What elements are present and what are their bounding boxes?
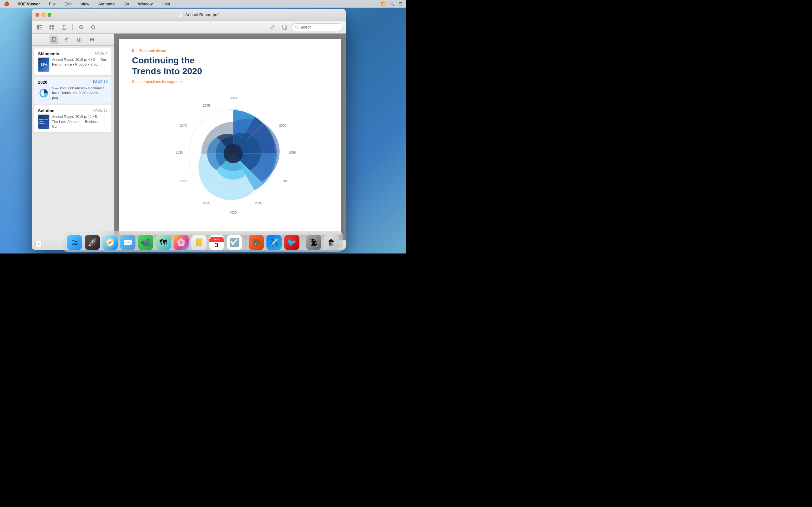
result-snippet: 5 — The Look Ahead • Continuing the • Tr… — [52, 86, 107, 101]
bookmark-tool-button[interactable] — [49, 36, 58, 44]
pdf-viewer-window: 📄 Annual Report.pdf — [32, 9, 346, 250]
search-input[interactable] — [299, 25, 338, 30]
dock-item-calendar[interactable]: OCT 3 — [209, 235, 224, 250]
result-thumbnail — [38, 86, 49, 101]
result-snippet: Annual Report 2019 p. 4 • 2 — Our Perfor… — [52, 57, 107, 72]
svg-text:2015: 2015 — [255, 202, 262, 205]
toolbar — [32, 21, 346, 34]
dock-item-launchpad[interactable]: 🚀 — [85, 235, 100, 250]
apple-menu[interactable]: 🍎 — [4, 1, 9, 6]
dock-item-mail[interactable]: ✉️ — [120, 235, 136, 250]
dock-item-contacts[interactable]: 📒 — [191, 235, 206, 250]
result-body: 5 — The Look Ahead • Continuing the • Tr… — [38, 86, 107, 101]
minimize-button[interactable] — [42, 13, 45, 17]
svg-rect-7 — [52, 27, 54, 30]
dock-item-reminders[interactable]: ☑️ — [227, 235, 242, 250]
dock-item-fantastical[interactable]: 🐦 — [284, 235, 299, 250]
search-box[interactable] — [292, 23, 343, 31]
zoom-in-button[interactable] — [77, 23, 86, 32]
result-page: PAGE 4 — [95, 51, 107, 55]
dock-item-safari[interactable]: 🧭 — [102, 235, 118, 250]
svg-rect-6 — [49, 27, 51, 30]
menubar-file[interactable]: File — [47, 1, 57, 7]
result-body: 18% Annual Report 2019 p. 4 • 2 — Our Pe… — [38, 57, 107, 72]
svg-rect-4 — [49, 25, 51, 27]
svg-point-35 — [223, 144, 243, 163]
menubar-edit[interactable]: Edit — [62, 1, 73, 7]
radial-chart: 2050 2045 2040 2035 2030 2025 2020 2015 … — [170, 90, 297, 217]
dock-item-trash[interactable]: 🗑 — [324, 235, 339, 250]
svg-text:2000: 2000 — [279, 124, 287, 127]
svg-rect-5 — [52, 25, 54, 27]
pdf-page: 5 — The Look Ahead Continuing the Trends… — [119, 39, 341, 235]
menubar-view[interactable]: View — [79, 1, 91, 7]
list-item[interactable]: Solution PAGE 11 We are part of the solu… — [34, 105, 111, 132]
traffic-lights — [36, 13, 51, 17]
dock-item-facetime[interactable]: 📹 — [138, 235, 153, 250]
menubar-window[interactable]: Window — [136, 1, 154, 7]
result-page: PAGE 11 — [93, 108, 107, 112]
control-center-icon[interactable]: ☰ — [398, 2, 402, 6]
share-button[interactable] — [59, 23, 68, 32]
grid-view-button[interactable] — [47, 23, 56, 32]
sidebar-toolbar — [32, 34, 114, 46]
list-item[interactable]: Shipments PAGE 4 18% Annual Report 2019 … — [34, 48, 111, 75]
dock-item-finder[interactable]: 🗂 — [67, 235, 82, 250]
thumbnail-shipments: 18% — [38, 58, 49, 72]
close-button[interactable] — [36, 13, 39, 17]
thumbnail-solution: We are part of the solution. — [38, 115, 49, 129]
window-title-text: Annual Report.pdf — [185, 12, 218, 17]
zoom-out-button[interactable] — [89, 23, 98, 32]
dock-separator — [245, 236, 246, 247]
pdf-section-label: 5 — The Look Ahead — [132, 49, 328, 53]
sidebar-toggle-button[interactable] — [35, 23, 44, 32]
pdf-page-subtitle: Sales projections by segments — [132, 79, 328, 84]
menubar-annotate[interactable]: Annotate — [96, 1, 117, 7]
list-item[interactable]: 2020 PAGE 10 — [34, 77, 111, 104]
result-title: Solution — [38, 108, 55, 113]
result-body: We are part of the solution. Annual Repo… — [38, 114, 107, 129]
add-bookmark-button[interactable]: + — [36, 241, 42, 247]
dock-item-bear[interactable]: 🐻 — [249, 235, 264, 250]
menubar-app-name[interactable]: PDF Viewer — [15, 1, 42, 7]
svg-text:2040: 2040 — [180, 124, 188, 127]
search-results-list: Shipments PAGE 4 18% Annual Report 2019 … — [32, 46, 114, 238]
dock-item-xip[interactable]: 🗜 — [306, 235, 321, 250]
main-content: Shipments PAGE 4 18% Annual Report 2019 … — [32, 34, 346, 250]
svg-text:2050: 2050 — [230, 96, 237, 100]
svg-text:2020: 2020 — [230, 211, 237, 215]
result-title: Shipments — [38, 51, 59, 56]
svg-point-12 — [295, 26, 298, 28]
svg-text:2035: 2035 — [176, 151, 183, 154]
dock-item-keewordz[interactable]: ✈️ — [266, 235, 282, 250]
dock-item-photos[interactable]: 🌸 — [173, 235, 189, 250]
svg-text:2030: 2030 — [180, 179, 188, 183]
annotate-button[interactable] — [268, 23, 277, 32]
result-header: 2020 PAGE 10 — [38, 80, 107, 84]
result-snippet: Annual Report 2018 p. 11 • 5 — The Look … — [52, 114, 107, 129]
maximize-button[interactable] — [48, 13, 51, 17]
menubar-go[interactable]: Go — [122, 1, 131, 7]
svg-rect-1 — [39, 25, 42, 26]
dock: 🗂 🚀 🧭 ✉️ 📹 🗺 🌸 📒 OCT 3 ☑️ 🐻 ✈️ 🐦 🗜 🗑 — [63, 231, 343, 252]
menubar-help[interactable]: Help — [159, 1, 172, 7]
dock-separator-2 — [303, 236, 303, 247]
pdf-page-title: Continuing the Trends Into 2020 — [132, 55, 328, 76]
svg-rect-0 — [37, 25, 39, 30]
dock-item-maps[interactable]: 🗺 — [156, 235, 171, 250]
pdf-area: 5 — The Look Ahead Continuing the Trends… — [114, 34, 346, 250]
annotations-tool-button[interactable] — [62, 36, 71, 44]
wifi-icon[interactable]: 📶 — [380, 2, 386, 6]
chart-container: 2050 2045 2040 2035 2030 2025 2020 2015 … — [170, 90, 290, 211]
titlebar: 📄 Annual Report.pdf — [32, 9, 346, 21]
result-thumbnail: We are part of the solution. — [38, 114, 49, 129]
search-icon[interactable]: 🔍 — [390, 2, 395, 6]
svg-text:2025: 2025 — [203, 202, 210, 205]
thumbnail-2020 — [38, 86, 49, 100]
toolbar-right — [268, 23, 343, 32]
result-thumbnail: 18% — [38, 57, 49, 72]
info-tool-button[interactable] — [75, 36, 84, 44]
copy-button[interactable] — [280, 23, 289, 32]
result-title: 2020 — [38, 80, 47, 84]
layers-tool-button[interactable] — [88, 36, 96, 44]
